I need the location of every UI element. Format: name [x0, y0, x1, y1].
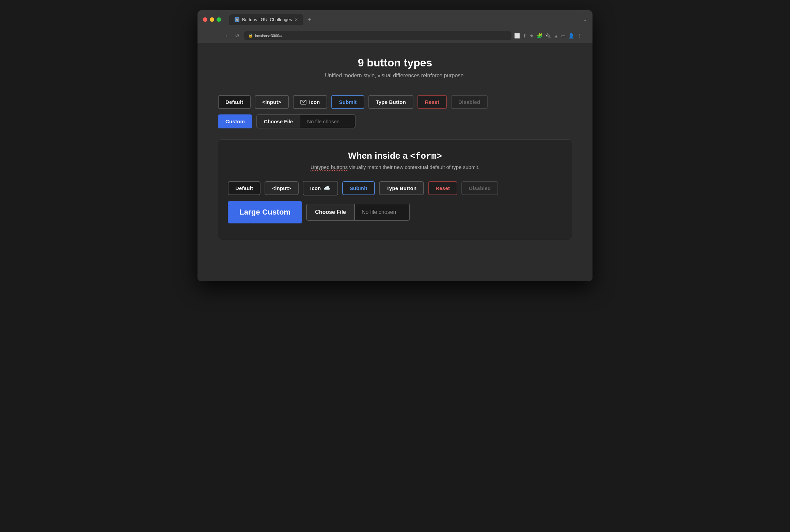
tab-close-icon[interactable]: ✕ [295, 17, 298, 22]
top-button-row: Default <input> Icon Submit Type Button … [218, 95, 572, 109]
share-icon[interactable]: ⬆ [523, 33, 527, 38]
form-input-button[interactable]: <input> [265, 181, 299, 195]
submit-button[interactable]: Submit [331, 95, 364, 109]
no-file-chosen-label: No file chosen [300, 115, 355, 128]
profile-icon[interactable]: 👤 [568, 33, 574, 38]
toolbar-icons: ⬜ ⬆ ★ 🧩 🔌 ▲ ▭ 👤 ⋮ [514, 33, 582, 38]
puzzle-icon[interactable]: 🔌 [545, 33, 551, 38]
untyped-buttons-text: Untyped buttons [311, 164, 348, 170]
form-choose-file-button[interactable]: Choose File [307, 204, 355, 220]
form-custom-file-row: Large Custom Choose File No file chosen [228, 201, 562, 223]
back-button[interactable]: ← [208, 31, 218, 40]
form-file-input-wrapper[interactable]: Choose File No file chosen [306, 204, 410, 221]
reset-button[interactable]: Reset [417, 95, 447, 109]
icon-button[interactable]: Icon [293, 95, 328, 109]
external-link-icon[interactable]: ⬜ [514, 33, 520, 38]
more-icon[interactable]: ⋮ [577, 33, 582, 38]
forward-button[interactable]: → [221, 31, 230, 40]
active-tab[interactable]: 🔘 Buttons | GUI Challenges ✕ [229, 14, 303, 25]
alert-icon[interactable]: ▲ [554, 33, 558, 38]
page-header: 9 button types Unified modern style, vis… [218, 57, 572, 79]
form-button-row: Default <input> Icon ☁️ Submit Type Butt… [228, 181, 562, 195]
browser-toolbar: ← → ↺ 🔒 localhost:3000/# ⬜ ⬆ ★ 🧩 🔌 ▲ ▭ 👤… [203, 28, 587, 43]
tab-favicon: 🔘 [235, 17, 239, 22]
minimize-button[interactable] [210, 17, 214, 22]
form-default-button[interactable]: Default [228, 181, 260, 195]
browser-window: 🔘 Buttons | GUI Challenges ✕ + ⌄ ← → ↺ 🔒… [198, 10, 592, 281]
page-subtitle: Unified modern style, visual differences… [218, 73, 572, 79]
custom-button[interactable]: Custom [218, 114, 252, 128]
form-type-button[interactable]: Type Button [379, 181, 424, 195]
file-input-wrapper[interactable]: Choose File No file chosen [256, 114, 356, 128]
choose-file-button[interactable]: Choose File [257, 115, 300, 128]
default-button[interactable]: Default [218, 95, 251, 109]
input-button[interactable]: <input> [255, 95, 289, 109]
traffic-lights [203, 17, 221, 22]
section-header: When inside a <form> Untyped buttons vis… [228, 151, 562, 170]
sidebar-icon[interactable]: ▭ [561, 33, 566, 38]
page-content: 9 button types Unified modern style, vis… [198, 43, 592, 281]
large-custom-button[interactable]: Large Custom [228, 201, 302, 223]
tab-title: Buttons | GUI Challenges [242, 17, 292, 22]
disabled-button: Disabled [451, 95, 488, 109]
bookmark-icon[interactable]: ★ [530, 33, 534, 38]
address-bar[interactable]: 🔒 localhost:3000/# [244, 31, 511, 40]
custom-file-row: Custom Choose File No file chosen [218, 114, 572, 128]
form-disabled-button: Disabled [461, 181, 498, 195]
section-subtitle: Untyped buttons visually match their new… [228, 164, 562, 170]
cloud-icon: ☁️ [323, 185, 330, 191]
window-dropdown-icon: ⌄ [583, 17, 587, 22]
extension-icon[interactable]: 🧩 [537, 33, 542, 38]
page-title: 9 button types [218, 57, 572, 69]
form-submit-button[interactable]: Submit [342, 181, 375, 195]
maximize-button[interactable] [217, 17, 221, 22]
browser-controls: 🔘 Buttons | GUI Challenges ✕ + ⌄ [203, 14, 587, 25]
form-reset-button[interactable]: Reset [428, 181, 457, 195]
form-no-file-chosen-label: No file chosen [355, 204, 409, 220]
section-title: When inside a <form> [228, 151, 562, 161]
form-section: When inside a <form> Untyped buttons vis… [218, 139, 572, 240]
close-button[interactable] [203, 17, 207, 22]
browser-titlebar: 🔘 Buttons | GUI Challenges ✕ + ⌄ ← → ↺ 🔒… [198, 10, 592, 43]
url-text: localhost:3000/# [255, 34, 282, 38]
form-icon-button[interactable]: Icon ☁️ [303, 181, 338, 195]
new-tab-button[interactable]: + [305, 15, 314, 25]
lock-icon: 🔒 [248, 33, 253, 38]
type-button[interactable]: Type Button [368, 95, 414, 109]
mail-icon [300, 100, 306, 105]
tab-bar: 🔘 Buttons | GUI Challenges ✕ + [229, 14, 581, 25]
reload-button[interactable]: ↺ [233, 31, 241, 40]
